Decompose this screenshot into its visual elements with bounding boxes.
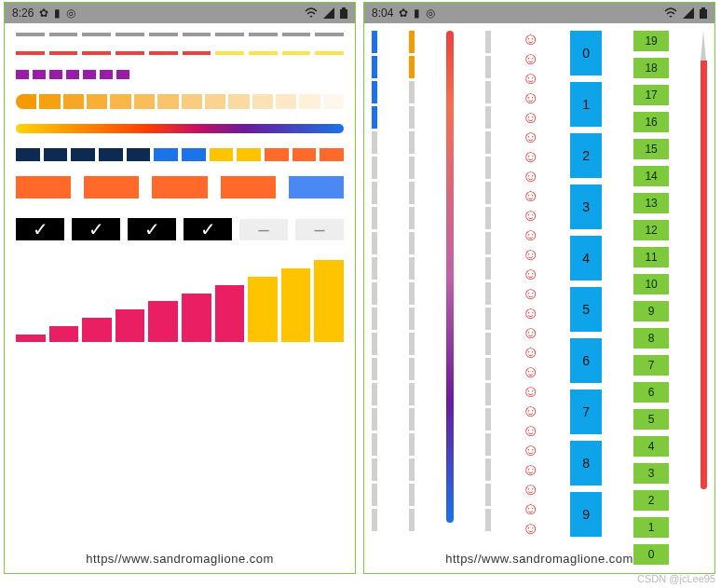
ry-seg xyxy=(249,51,278,55)
footer-url: https//www.sandromaglione.com xyxy=(364,552,714,566)
ofade-seg xyxy=(110,94,130,109)
navy-seg xyxy=(237,148,261,161)
v-seg xyxy=(485,257,491,280)
v-seg xyxy=(372,207,377,229)
ofade-seg xyxy=(276,94,296,109)
check-box-on[interactable]: ✓ xyxy=(184,218,232,240)
gradient-bar xyxy=(16,124,344,133)
v-seg xyxy=(372,383,377,405)
v-seg xyxy=(409,232,415,254)
pencil-body xyxy=(701,61,707,489)
green-number-box[interactable]: 17 xyxy=(633,85,669,105)
smile-icon: ☺ xyxy=(522,305,538,321)
vcol-gradient xyxy=(446,31,454,523)
step-purple-short xyxy=(16,70,344,79)
battery-icon: ▮ xyxy=(414,7,420,20)
green-number-box[interactable]: 9 xyxy=(633,301,669,321)
v-seg xyxy=(372,182,377,204)
v-seg xyxy=(372,131,377,154)
green-number-box[interactable]: 14 xyxy=(633,166,669,186)
v-seg xyxy=(409,81,415,103)
step-gray-dashes xyxy=(16,33,344,36)
v-seg xyxy=(485,509,491,531)
ofade-seg xyxy=(323,94,344,109)
sky-number-box[interactable]: 4 xyxy=(570,236,602,280)
purple-seg xyxy=(116,70,129,79)
wifi-icon xyxy=(305,7,318,19)
big-seg xyxy=(221,176,276,198)
dash-seg xyxy=(16,33,45,36)
sky-number-box[interactable]: 6 xyxy=(570,338,602,383)
purple-seg xyxy=(33,70,46,79)
green-number-box[interactable]: 11 xyxy=(633,247,669,267)
green-number-box[interactable]: 19 xyxy=(633,31,669,51)
ofade-seg xyxy=(157,94,178,109)
green-number-box[interactable]: 8 xyxy=(633,328,669,349)
sky-number-box[interactable]: 3 xyxy=(570,185,602,229)
purple-seg xyxy=(100,70,113,79)
sky-number-box[interactable]: 9 xyxy=(570,492,602,537)
sky-number-box[interactable]: 8 xyxy=(570,441,602,485)
v-seg xyxy=(372,106,377,129)
green-number-box[interactable]: 7 xyxy=(633,355,669,376)
v-seg xyxy=(409,207,415,229)
v-seg xyxy=(485,106,491,129)
dash-seg xyxy=(315,33,344,36)
growing-bars xyxy=(16,260,344,342)
big-seg xyxy=(289,176,344,198)
grow-bar xyxy=(182,294,211,342)
smile-icon: ☺ xyxy=(522,246,538,263)
check-box-on[interactable]: ✓ xyxy=(72,218,120,240)
green-number-box[interactable]: 10 xyxy=(633,274,669,294)
left-content: ✓✓✓✓–– xyxy=(5,23,355,342)
green-number-box[interactable]: 18 xyxy=(633,58,669,78)
green-number-box[interactable]: 13 xyxy=(633,193,669,213)
v-seg xyxy=(372,56,377,78)
v-seg xyxy=(409,358,415,380)
v-seg xyxy=(409,433,415,456)
smile-icon: ☺ xyxy=(522,148,538,165)
sky-number-box[interactable]: 7 xyxy=(570,390,602,434)
vcol-smileys: ☺☺☺☺☺☺☺☺☺☺☺☺☺☺☺☺☺☺☺☺☺☺☺☺☺☺ xyxy=(522,31,538,537)
navy-seg xyxy=(265,148,289,161)
sky-number-box[interactable]: 0 xyxy=(570,31,602,75)
status-bar: 8:04 ✿ ▮ ◎ xyxy=(364,3,714,23)
green-number-box[interactable]: 4 xyxy=(633,436,669,457)
smile-icon: ☺ xyxy=(522,403,538,419)
green-number-box[interactable]: 15 xyxy=(633,139,669,159)
green-number-box[interactable]: 1 xyxy=(633,517,669,538)
v-seg xyxy=(372,308,377,330)
v-seg xyxy=(372,31,377,53)
step-orange-fade xyxy=(16,94,344,109)
green-number-box[interactable]: 2 xyxy=(633,490,669,511)
smile-icon: ☺ xyxy=(522,187,538,204)
navy-seg xyxy=(210,148,234,161)
clock-text: 8:26 xyxy=(12,7,34,20)
footer-url: https//www.sandromaglione.com xyxy=(5,552,355,566)
smile-icon: ☺ xyxy=(522,363,538,380)
vcol-gray-segments xyxy=(485,31,491,531)
ry-seg xyxy=(315,51,344,55)
navy-seg xyxy=(44,148,68,161)
green-number-box[interactable]: 5 xyxy=(633,409,669,430)
sky-number-box[interactable]: 1 xyxy=(570,82,602,127)
green-number-box[interactable]: 6 xyxy=(633,382,669,403)
green-number-box[interactable]: 12 xyxy=(633,220,669,240)
ofade-seg xyxy=(63,94,84,109)
navy-seg xyxy=(127,148,151,161)
target-icon: ◎ xyxy=(66,7,75,20)
smile-icon: ☺ xyxy=(522,285,538,302)
check-box-off[interactable]: – xyxy=(295,219,344,240)
v-seg xyxy=(409,131,415,154)
check-box-off[interactable]: – xyxy=(239,219,288,240)
green-number-box[interactable]: 3 xyxy=(633,463,669,484)
smile-icon: ☺ xyxy=(522,89,538,106)
check-box-on[interactable]: ✓ xyxy=(128,218,176,240)
check-box-on[interactable]: ✓ xyxy=(16,218,64,240)
sky-number-box[interactable]: 5 xyxy=(570,287,602,332)
v-seg xyxy=(372,257,377,280)
vcol-orange-progress xyxy=(409,31,415,531)
sky-number-box[interactable]: 2 xyxy=(570,133,602,178)
v-seg xyxy=(372,232,377,254)
green-number-box[interactable]: 16 xyxy=(633,112,669,132)
